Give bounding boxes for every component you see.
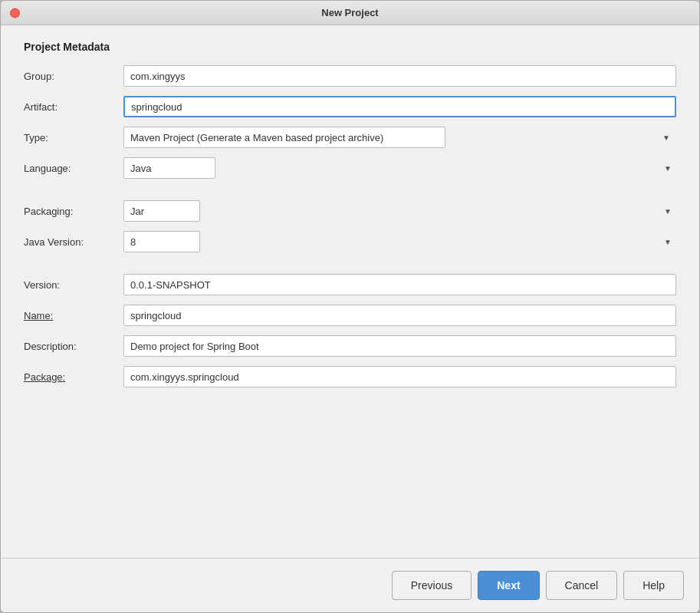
help-button[interactable]: Help — [623, 571, 684, 600]
package-label: Package: — [24, 371, 123, 383]
description-input[interactable] — [123, 335, 676, 357]
name-input[interactable] — [123, 305, 676, 326]
language-select-arrow-icon: ▼ — [664, 164, 672, 173]
java-version-select-wrapper: 8 11 17 ▼ — [123, 231, 676, 252]
dialog-window: New Project Project Metadata Group: Arti… — [0, 0, 700, 613]
version-input[interactable] — [123, 274, 676, 295]
cancel-button[interactable]: Cancel — [546, 571, 618, 600]
version-label: Version: — [24, 279, 123, 291]
dialog-content: Project Metadata Group: Artifact: Type: … — [1, 25, 699, 558]
spacer-3 — [24, 262, 123, 265]
type-label: Type: — [24, 132, 123, 143]
packaging-select-arrow-icon: ▼ — [664, 207, 672, 216]
type-select[interactable]: Maven Project (Generate a Maven based pr… — [123, 127, 445, 148]
java-version-select-arrow-icon: ▼ — [664, 238, 672, 246]
spacer-2 — [123, 188, 676, 191]
window-title: New Project — [321, 7, 378, 18]
java-version-select[interactable]: 8 11 17 — [123, 231, 200, 252]
name-label: Name: — [24, 310, 123, 321]
spacer-4 — [123, 262, 676, 265]
packaging-label: Packaging: — [24, 206, 123, 217]
group-label: Group: — [24, 71, 123, 82]
dialog-footer: Previous Next Cancel Help — [1, 558, 699, 612]
java-version-label: Java Version: — [24, 236, 123, 248]
previous-button[interactable]: Previous — [392, 571, 472, 600]
type-select-arrow-icon: ▼ — [662, 133, 670, 142]
section-title: Project Metadata — [24, 41, 676, 53]
packaging-select[interactable]: Jar War — [123, 200, 200, 222]
spacer-1 — [24, 188, 123, 191]
form-grid: Group: Artifact: Type: Maven Project (Ge… — [24, 65, 676, 387]
packaging-select-wrapper: Jar War ▼ — [123, 200, 676, 222]
description-label: Description: — [24, 341, 123, 352]
type-select-wrapper: Maven Project (Generate a Maven based pr… — [123, 127, 676, 148]
package-input[interactable] — [123, 366, 676, 387]
language-select-wrapper: Java Kotlin Groovy ▼ — [123, 157, 676, 179]
language-select[interactable]: Java Kotlin Groovy — [123, 157, 215, 179]
close-button[interactable] — [10, 8, 20, 18]
language-label: Language: — [24, 163, 123, 174]
artifact-input[interactable] — [123, 96, 676, 117]
group-input[interactable] — [123, 65, 676, 87]
title-bar: New Project — [1, 1, 699, 25]
artifact-label: Artifact: — [24, 101, 123, 113]
next-button[interactable]: Next — [478, 571, 539, 600]
